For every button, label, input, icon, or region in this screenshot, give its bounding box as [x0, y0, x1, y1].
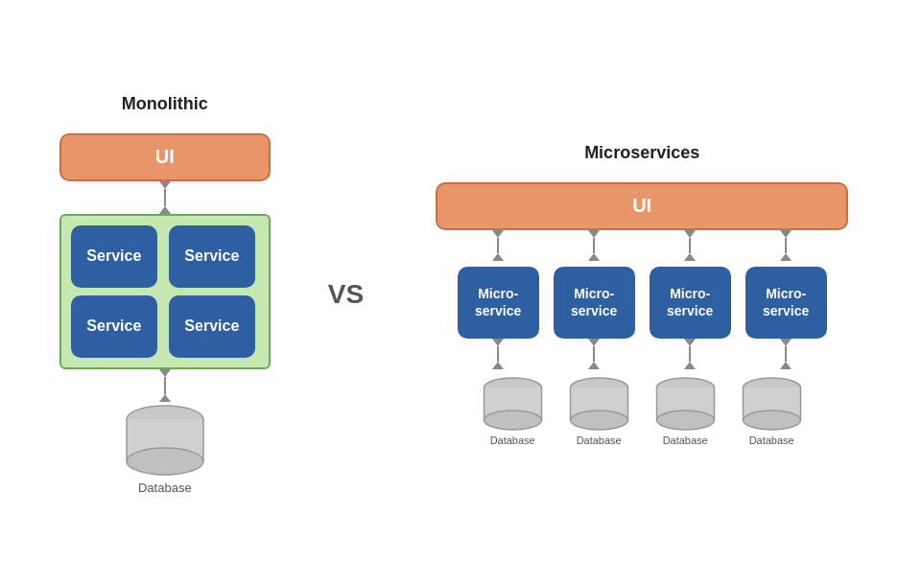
- micro-arrow-top-4: [745, 230, 827, 261]
- service-box-4: Service: [169, 295, 255, 358]
- arrowhead-bot-down-1: [492, 339, 504, 346]
- service-label-4: Service: [184, 318, 239, 335]
- svg-point-24: [743, 411, 800, 430]
- vs-label: VS: [328, 279, 364, 310]
- vline-bot-3: [689, 346, 691, 362]
- micro-db-label-3: Database: [663, 435, 708, 446]
- arrowhead-top-up-3: [684, 253, 696, 261]
- micro-service-box-4: Micro-service: [745, 267, 827, 339]
- micro-db-label-1: Database: [490, 435, 535, 446]
- service-label-1: Service: [86, 247, 141, 265]
- arrowhead-top-up-4: [780, 253, 792, 261]
- svg-point-19: [656, 411, 714, 430]
- micro-db-svg-4: [736, 375, 808, 433]
- arrowhead-top-down-4: [780, 230, 792, 238]
- mono-db-label: Database: [138, 481, 192, 495]
- vline-top-1: [497, 238, 499, 253]
- service-box-2: Service: [169, 225, 255, 288]
- vline-bot-2: [593, 346, 595, 362]
- micro-arrows-top: [458, 230, 827, 267]
- arrowhead-up-1: [159, 206, 171, 214]
- micro-service-box-1: Micro-service: [458, 267, 539, 339]
- micro-arrow-bot-4: [745, 339, 827, 369]
- micro-ui-box: UI: [436, 182, 848, 230]
- svg-point-4: [127, 448, 203, 475]
- micro-service-box-2: Micro-service: [554, 267, 635, 339]
- micro-db-svg-3: [650, 375, 721, 433]
- vertical-line-2: [164, 377, 166, 394]
- microservices-title: Microservices: [584, 143, 699, 163]
- arrowhead-bot-up-4: [780, 362, 792, 369]
- micro-arrow-top-1: [458, 230, 539, 261]
- micro-arrow-bot-1: [458, 339, 539, 369]
- arrowhead-bot-down-4: [780, 339, 792, 346]
- micro-service-box-3: Micro-service: [650, 267, 731, 339]
- micro-arrows-bottom: [458, 339, 827, 375]
- service-label-2: Service: [184, 247, 239, 265]
- mono-services-container: Service Service Service Service: [59, 214, 271, 369]
- arrowhead-top-up-1: [492, 253, 504, 261]
- micro-services-row: Micro-service Micro-service Micro-servic…: [458, 267, 827, 339]
- arrowhead-top-down-1: [492, 230, 504, 238]
- micro-db-2: Database: [563, 375, 635, 446]
- arrowhead-down-2: [159, 369, 171, 377]
- arrowhead-up-2: [159, 394, 171, 402]
- vline-top-2: [593, 238, 595, 253]
- micro-db-4: Database: [736, 375, 808, 446]
- vline-top-4: [785, 238, 787, 253]
- service-label-3: Service: [86, 318, 141, 335]
- micro-databases-row: Database Database: [477, 375, 808, 446]
- main-diagram: Monolithic UI Service Service Service Se…: [0, 0, 922, 588]
- mono-arrow-2: [159, 369, 171, 402]
- vertical-line-1: [164, 189, 166, 206]
- mono-ui-label: UI: [155, 146, 175, 168]
- svg-point-9: [484, 411, 541, 430]
- mono-database: Database: [117, 402, 213, 495]
- arrowhead-top-down-2: [588, 230, 600, 238]
- arrowhead-bot-up-1: [492, 362, 504, 369]
- micro-arrow-bot-3: [650, 339, 731, 369]
- micro-db-1: Database: [477, 375, 549, 446]
- arrowhead-bot-down-3: [684, 339, 696, 346]
- micro-arrow-top-2: [554, 230, 635, 261]
- micro-db-label-4: Database: [749, 435, 794, 446]
- arrowhead-bot-up-2: [588, 362, 600, 369]
- microservices-diagram: Microservices UI: [392, 143, 891, 446]
- monolithic-diagram: Monolithic UI Service Service Service Se…: [31, 94, 299, 495]
- arrowhead-down-1: [159, 181, 171, 189]
- vline-top-3: [689, 238, 691, 253]
- mono-arrow-1: [159, 181, 171, 214]
- micro-db-svg-1: [477, 375, 549, 433]
- micro-db-label-2: Database: [577, 435, 622, 446]
- micro-db-svg-2: [563, 375, 635, 433]
- arrowhead-bot-up-3: [684, 362, 696, 369]
- arrowhead-top-down-3: [684, 230, 696, 238]
- monolithic-title: Monolithic: [122, 94, 208, 114]
- mono-db-svg: [117, 402, 213, 479]
- arrowhead-top-up-2: [588, 253, 600, 261]
- service-box-1: Service: [71, 225, 157, 288]
- svg-point-14: [570, 411, 627, 430]
- vline-bot-4: [785, 346, 787, 362]
- micro-arrow-bot-2: [554, 339, 635, 369]
- mono-ui-box: UI: [59, 133, 271, 181]
- service-box-3: Service: [71, 295, 157, 358]
- vline-bot-1: [497, 346, 499, 362]
- micro-arrow-top-3: [650, 230, 731, 261]
- micro-db-3: Database: [650, 375, 721, 446]
- micro-ui-label: UI: [632, 195, 651, 217]
- arrowhead-bot-down-2: [588, 339, 600, 346]
